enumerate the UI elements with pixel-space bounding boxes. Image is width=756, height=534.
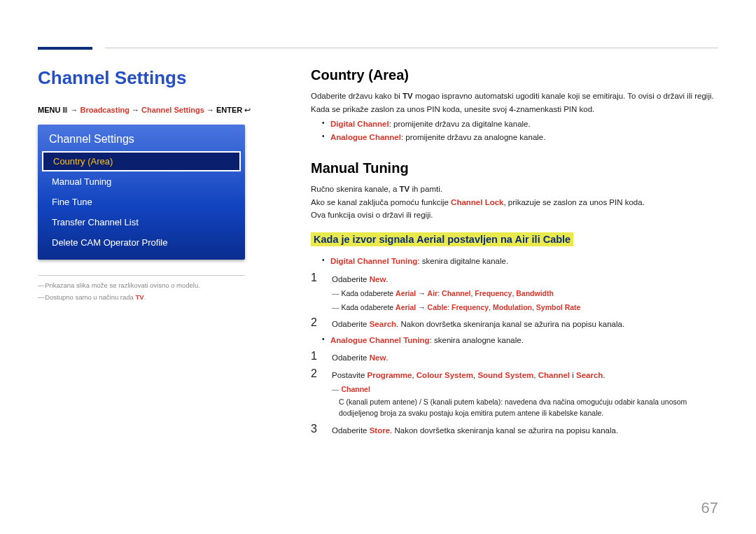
lbl: Channel xyxy=(538,371,570,379)
menu-item-delete-cam[interactable]: Delete CAM Operator Profile xyxy=(38,232,245,253)
separator xyxy=(38,275,245,276)
bc-arrow: → xyxy=(130,106,141,114)
page-title: Channel Settings xyxy=(38,67,273,89)
lbl: Sound System xyxy=(477,371,533,379)
step-num: 3 xyxy=(311,422,325,435)
txt: Odaberite xyxy=(332,353,370,362)
lbl: Symbol Rate xyxy=(536,303,581,311)
txt: (kanali putem antene) / xyxy=(344,398,424,406)
step-num: 1 xyxy=(311,271,325,284)
bc-enter: ENTER xyxy=(216,106,242,114)
step-body: Odaberite Search. Nakon dovršetka skenir… xyxy=(332,316,718,330)
label: New xyxy=(370,353,386,362)
manual-para3: Ova funkcija ovisi o državi ili regiji. xyxy=(311,209,718,221)
page: Channel Settings MENU Ⅲ → Broadcasting →… xyxy=(0,0,756,461)
txt: : skenira analogne kanale. xyxy=(430,336,524,344)
label: Search xyxy=(370,320,396,328)
menu-item-country[interactable]: Country (Area) xyxy=(42,151,241,171)
lbl: Aerial xyxy=(396,303,416,311)
step-num: 1 xyxy=(311,349,325,363)
label: Analogue Channel Tuning xyxy=(330,336,430,344)
menu-icon: Ⅲ xyxy=(62,106,68,114)
menu-item-transfer-list[interactable]: Transfer Channel List xyxy=(38,212,245,232)
ordered-list-dct: 1 Odaberite New. Kada odaberete Aerial →… xyxy=(311,271,718,331)
lbl: Bandwidth xyxy=(516,289,554,297)
top-rule xyxy=(105,48,718,48)
bullet-dct: Digital Channel Tuning: skenira digitaln… xyxy=(330,255,718,267)
lbl: Modulation xyxy=(493,303,532,311)
step-3: 3 Odaberite Store. Nakon dovršetka skeni… xyxy=(311,422,718,437)
right-column: Country (Area) Odaberite državu kako bi … xyxy=(311,28,718,440)
country-para1: Odaberite državu kako bi TV mogao isprav… xyxy=(311,90,718,102)
manual-para1: Ručno skenira kanale, a TV ih pamti. xyxy=(311,183,718,195)
bc-menu: MENU xyxy=(38,106,60,114)
step-body: Odaberite Store. Nakon dovršetka skenira… xyxy=(332,422,718,437)
lbl: Cable xyxy=(428,303,448,311)
page-number: 67 xyxy=(701,499,718,517)
sub-channel-desc: C (kanali putem antene) / S (kanali pute… xyxy=(339,397,718,419)
country-para2: Kada se prikaže zaslon za unos PIN koda,… xyxy=(311,104,718,115)
txt: . xyxy=(603,371,605,379)
lbl: Search xyxy=(576,371,603,379)
sub-air: Kada odaberete Aerial → Air: Channel, Fr… xyxy=(332,288,718,300)
step-2b: 2 Postavite Programme, Colour System, So… xyxy=(311,367,718,419)
menu-title: Channel Settings xyxy=(38,125,245,151)
footnote-tv-post: . xyxy=(144,293,146,301)
txt: Ručno skenira kanale, a xyxy=(311,185,400,193)
highlight-heading: Kada je izvor signala Aerial postavljen … xyxy=(311,232,573,246)
lbl: S xyxy=(424,398,428,406)
lbl: Aerial xyxy=(396,289,416,297)
step-body: Odaberite New. Kada odaberete Aerial → A… xyxy=(332,271,718,314)
enter-icon: ↩ xyxy=(244,106,251,114)
bc-broadcasting: Broadcasting xyxy=(80,106,130,114)
label: New xyxy=(370,275,386,283)
step-1: 1 Odaberite New. Kada odaberete Aerial →… xyxy=(311,271,718,314)
footnote-tv: Dostupno samo u načinu rada TV. xyxy=(38,293,273,301)
lbl: C xyxy=(339,398,344,406)
step-1b: 1 Odaberite New. xyxy=(311,349,718,364)
txt: Odaberite xyxy=(332,426,370,435)
label: Channel Lock xyxy=(451,198,503,206)
step-body: Odaberite New. xyxy=(332,349,718,364)
sub-cable: Kada odaberete Aerial → Cable: Frequency… xyxy=(332,302,718,314)
txt: i xyxy=(570,371,576,379)
txt-bold: TV xyxy=(400,185,410,193)
bullet-analogue-channel: Analogue Channel: promijenite državu za … xyxy=(330,131,718,143)
txt: Odaberite xyxy=(332,275,370,283)
top-accent xyxy=(38,47,92,50)
bullet-digital-channel: Digital Channel: promijenite državu za d… xyxy=(330,118,718,130)
txt: . xyxy=(386,353,388,362)
label: Digital Channel Tuning xyxy=(330,257,417,265)
label: Analogue Channel xyxy=(330,133,401,141)
lbl: Frequency xyxy=(451,303,489,311)
left-column: Channel Settings MENU Ⅲ → Broadcasting →… xyxy=(38,28,273,440)
bullet-act: Analogue Channel Tuning: skenira analogn… xyxy=(330,334,718,346)
txt-bold: TV xyxy=(402,92,413,100)
txt: Kada odaberete xyxy=(341,303,396,311)
txt: Odaberite xyxy=(332,320,370,328)
breadcrumb: MENU Ⅲ → Broadcasting → Channel Settings… xyxy=(38,106,273,115)
footnote-tv-red: TV xyxy=(136,293,144,301)
menu-item-fine-tune[interactable]: Fine Tune xyxy=(38,192,245,212)
country-bullets: Digital Channel: promijenite državu za d… xyxy=(311,118,718,143)
txt: Postavite xyxy=(332,371,368,379)
menu-item-manual-tuning[interactable]: Manual Tuning xyxy=(38,171,245,192)
bc-channel-settings: Channel Settings xyxy=(141,106,204,114)
txt: : skenira digitalne kanale. xyxy=(417,257,508,265)
txt: Ako se kanal zaključa pomoću funkcije xyxy=(311,198,451,206)
ordered-list-act: 1 Odaberite New. 2 Postavite Programme, … xyxy=(311,349,718,437)
txt: . Nakon dovršetka skeniranja kanal se až… xyxy=(390,426,618,435)
footnote-tv-pre: Dostupno samo u načinu rada xyxy=(45,293,135,301)
step-body: Postavite Programme, Colour System, Soun… xyxy=(332,367,718,419)
lbl: Frequency xyxy=(475,289,512,297)
step-num: 2 xyxy=(311,367,325,380)
lbl: Channel xyxy=(341,385,370,393)
manual-para2: Ako se kanal zaključa pomoću funkcije Ch… xyxy=(311,197,718,209)
txt: ih pamti. xyxy=(410,185,442,193)
label: Digital Channel xyxy=(330,120,389,128)
bc-arrow: → xyxy=(71,106,80,114)
bc-arrow: → xyxy=(204,106,216,114)
txt: . xyxy=(386,275,388,283)
menu-screenshot: Channel Settings Country (Area) Manual T… xyxy=(38,125,245,260)
txt: : promijenite državu za analogne kanale. xyxy=(401,133,546,141)
